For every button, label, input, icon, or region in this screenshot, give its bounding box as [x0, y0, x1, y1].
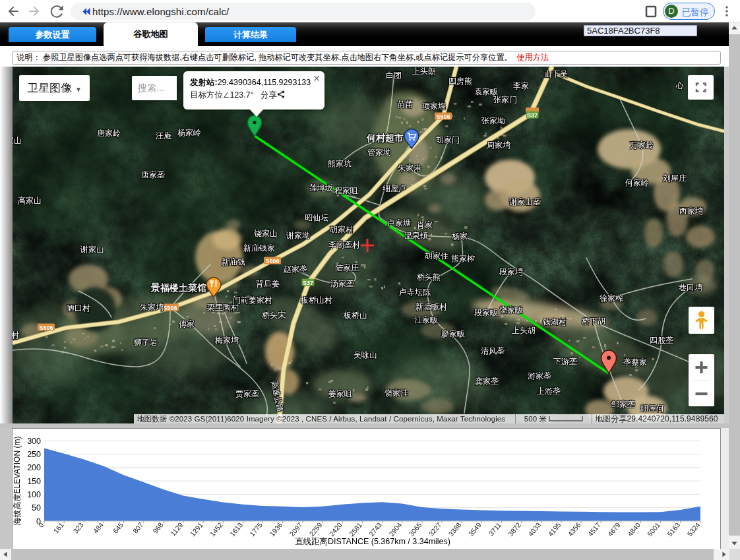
- svg-text:3711: 3711: [487, 520, 503, 537]
- svg-text:3065: 3065: [407, 520, 423, 538]
- svg-text:1291: 1291: [189, 520, 204, 538]
- svg-text:2743: 2743: [367, 520, 383, 538]
- svg-text:S506: S506: [436, 113, 450, 120]
- svg-text:1452: 1452: [208, 520, 224, 538]
- svg-text:2581: 2581: [348, 520, 363, 538]
- svg-text:4679: 4679: [606, 520, 622, 538]
- svg-text:50: 50: [32, 503, 41, 513]
- svg-text:1775: 1775: [248, 520, 264, 538]
- svg-text:直线距离DISTANCE (5.367km / 3.34mi: 直线距离DISTANCE (5.367km / 3.34miles): [295, 537, 450, 546]
- svg-text:4840: 4840: [626, 520, 642, 538]
- svg-text:150: 150: [27, 477, 41, 486]
- svg-text:2904: 2904: [387, 520, 403, 538]
- svg-text:S37: S37: [527, 112, 538, 119]
- svg-text:2259: 2259: [307, 520, 323, 538]
- svg-text:海拔高度ELEVATION (m): 海拔高度ELEVATION (m): [13, 437, 22, 526]
- svg-text:5001: 5001: [646, 520, 662, 538]
- svg-text:3388: 3388: [447, 520, 462, 538]
- svg-text:S506: S506: [39, 325, 53, 331]
- svg-text:2420: 2420: [328, 520, 344, 538]
- svg-text:4195: 4195: [546, 520, 562, 538]
- svg-text:323: 323: [71, 520, 85, 534]
- svg-text:4517: 4517: [586, 520, 602, 538]
- svg-text:S506: S506: [163, 305, 177, 311]
- svg-text:S37: S37: [303, 280, 313, 286]
- svg-text:100: 100: [27, 490, 41, 499]
- svg-text:1936: 1936: [268, 520, 284, 538]
- svg-text:161: 161: [51, 520, 65, 534]
- svg-text:968: 968: [151, 520, 165, 534]
- svg-text:250: 250: [27, 450, 41, 459]
- svg-text:484: 484: [91, 520, 105, 534]
- svg-text:645: 645: [111, 520, 125, 534]
- svg-text:4356: 4356: [566, 520, 582, 538]
- svg-text:200: 200: [27, 463, 41, 472]
- svg-text:4033: 4033: [526, 520, 542, 538]
- svg-text:300: 300: [27, 437, 41, 446]
- svg-text:2097: 2097: [288, 520, 303, 538]
- svg-text:3549: 3549: [467, 520, 483, 538]
- svg-text:1129: 1129: [169, 520, 185, 537]
- svg-text:1613: 1613: [228, 520, 244, 538]
- svg-text:5324: 5324: [685, 520, 701, 538]
- svg-text:3227: 3227: [427, 520, 443, 538]
- svg-text:3872: 3872: [507, 520, 522, 538]
- svg-text:5163: 5163: [665, 520, 681, 538]
- svg-text:S506: S506: [265, 258, 279, 264]
- svg-text:807: 807: [131, 520, 145, 534]
